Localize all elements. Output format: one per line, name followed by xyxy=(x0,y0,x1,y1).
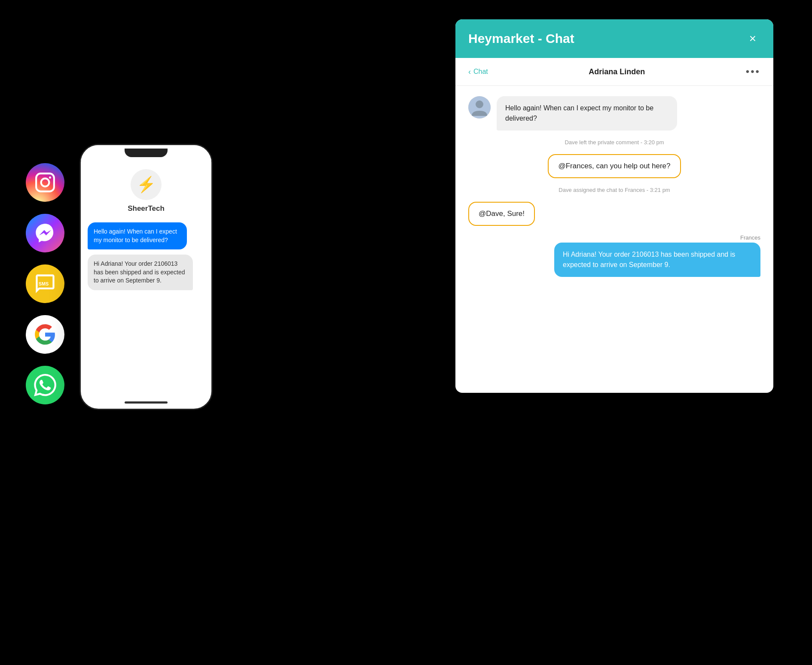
phone-messages: Hello again! When can I expect my monito… xyxy=(88,222,205,290)
chat-window-title: Heymarket - Chat xyxy=(468,31,745,46)
private-comment-bubble: @Frances, can you help out here? xyxy=(548,154,681,178)
scene: SMS ⚡ SheerTech xyxy=(0,0,812,665)
chevron-left-icon: ‹ xyxy=(468,67,471,76)
reply-bubble: @Dave, Sure! xyxy=(468,202,535,226)
svg-rect-0 xyxy=(36,173,54,191)
svg-point-1 xyxy=(41,179,49,187)
instagram-icon[interactable] xyxy=(26,163,64,202)
svg-text:SMS: SMS xyxy=(39,281,49,286)
chat-messages: Hello again! When can I expect my monito… xyxy=(455,86,773,393)
system-message: Dave left the private comment - 3:20 pm xyxy=(468,139,760,146)
phone-home-indicator xyxy=(81,396,211,409)
phone-incoming-msg: Hello again! When can I expect my monito… xyxy=(88,222,187,249)
phone-notch-area xyxy=(81,145,211,161)
whatsapp-icon[interactable] xyxy=(26,366,64,404)
phone-home-bar xyxy=(125,401,168,404)
svg-point-2 xyxy=(49,176,51,179)
google-icon[interactable] xyxy=(26,315,64,354)
lightning-emoji: ⚡ xyxy=(137,176,156,194)
table-row: Hello again! When can I expect my monito… xyxy=(468,96,760,131)
phone-brand-name: SheerTech xyxy=(128,204,165,213)
avatar xyxy=(468,96,491,118)
close-icon[interactable]: × xyxy=(745,31,760,46)
private-comment-container: @Frances, can you help out here? xyxy=(468,154,760,178)
phone-notch xyxy=(125,149,168,157)
more-options-button[interactable]: ••• xyxy=(746,66,760,78)
sms-icon[interactable]: SMS xyxy=(26,264,64,303)
outgoing-section: Frances Hi Adriana! Your order 2106013 h… xyxy=(468,234,760,277)
sender-name: Frances xyxy=(740,234,760,241)
phone-outgoing-msg: Hi Adriana! Your order 2106013 has been … xyxy=(88,255,193,290)
chat-header: ‹ Chat Adriana Linden ••• xyxy=(455,58,773,86)
phone-content: ⚡ SheerTech Hello again! When can I expe… xyxy=(81,161,211,396)
messenger-icon[interactable] xyxy=(26,214,64,252)
svg-point-5 xyxy=(476,100,483,108)
phone-mockup: ⚡ SheerTech Hello again! When can I expe… xyxy=(79,144,213,410)
chat-window: Heymarket - Chat × ‹ Chat Adriana Linden… xyxy=(455,19,773,393)
chat-titlebar: Heymarket - Chat × xyxy=(455,19,773,58)
system-message-2: Dave assigned the chat to Frances - 3:21… xyxy=(468,187,760,193)
outgoing-message-bubble: Hi Adriana! Your order 2106013 has been … xyxy=(554,243,760,277)
contact-name: Adriana Linden xyxy=(488,67,746,76)
social-icons-column: SMS xyxy=(26,163,64,404)
chat-back-label: Chat xyxy=(473,68,488,76)
incoming-message-bubble: Hello again! When can I expect my monito… xyxy=(497,96,677,131)
reply-container: @Dave, Sure! xyxy=(468,202,760,226)
chat-back-button[interactable]: ‹ Chat xyxy=(468,67,488,76)
phone-logo-circle: ⚡ xyxy=(131,169,162,200)
